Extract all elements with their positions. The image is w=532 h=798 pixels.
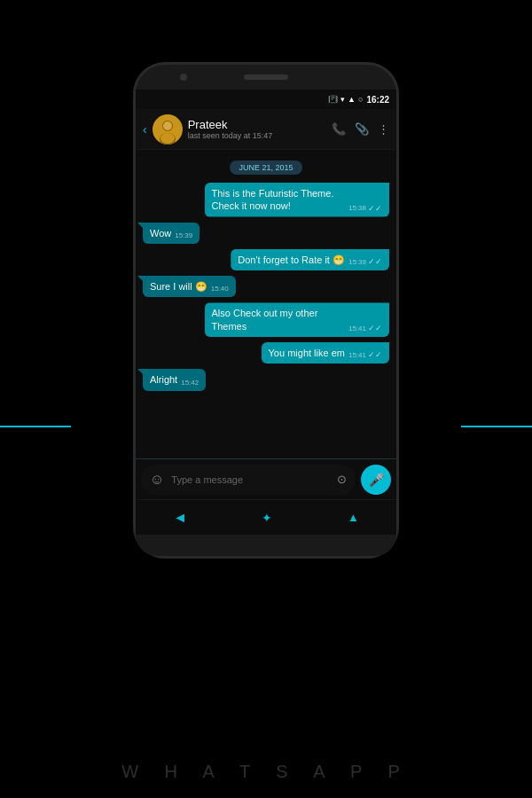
message-bubble: Alright 15:42 [143,369,206,390]
input-box[interactable]: ☺ Type a message ⊙ [141,465,356,495]
message-meta: 15:39 ✓✓ [348,257,382,266]
phone-frame: 📳 ▾ ▲ ○ 16:22 ‹ [133,62,399,559]
message-bubble: You might like em 15:41 ✓✓ [262,342,389,364]
message-meta: 15:39 [175,231,192,239]
message-meta: 15:41 ✓✓ [348,324,382,332]
camera-button[interactable]: ⊙ [337,473,347,486]
message-meta: 15:42 [181,379,199,387]
signal-icon: ▲ [348,95,356,104]
message-time: 15:40 [211,285,229,293]
contact-name: Prateek [188,118,326,131]
paperclip-icon[interactable]: 📎 [355,122,369,136]
chat-input-area: ☺ Type a message ⊙ 🎤 [136,458,396,499]
message-row: Sure I will 😁 15:40 [143,276,389,297]
more-icon[interactable]: ⋮ [378,122,389,136]
wifi-icon: ▾ [340,95,345,104]
mic-button[interactable]: 🎤 [361,465,391,495]
blue-line-left [0,426,71,427]
message-time: 15:41 [348,325,366,332]
blue-line-right [461,426,532,427]
message-input[interactable]: Type a message [171,474,330,485]
emoji-button[interactable]: ☺ [150,472,164,488]
phone-screen: 📳 ▾ ▲ ○ 16:22 ‹ [136,90,396,535]
status-time: 16:22 [366,95,389,105]
svg-point-3 [163,121,172,130]
brand-label: W H A T S A P P [0,762,532,782]
back-nav-icon[interactable]: ◄ [173,510,187,526]
message-text: This is the Futuristic Theme. Check it n… [212,187,345,213]
message-text: Also Check out my other Themes [212,307,345,332]
battery-icon: ○ [358,95,363,104]
message-text: Wow [150,227,171,239]
message-text: Alright [150,373,177,386]
message-meta: 15:38 ✓✓ [348,204,382,213]
status-bar: 📳 ▾ ▲ ○ 16:22 [136,90,396,109]
header-icons: 📞 📎 ⋮ [332,122,389,136]
phone-icon[interactable]: 📞 [332,122,346,136]
chat-body: JUNE 21, 2015 This is the Futuristic The… [136,150,396,458]
message-ticks: ✓✓ [368,257,382,266]
svg-point-4 [160,133,175,144]
message-bubble: Wow 15:39 [143,223,200,244]
message-row: This is the Futuristic Theme. Check it n… [143,183,389,217]
mic-icon: 🎤 [369,473,384,487]
message-bubble: Don't forget to Rate it 😁 15:39 ✓✓ [231,249,389,270]
message-time: 15:39 [348,258,366,266]
message-time: 15:41 [348,351,366,359]
message-row: Don't forget to Rate it 😁 15:39 ✓✓ [143,249,389,270]
status-icons: 📳 ▾ ▲ ○ [328,95,363,104]
message-bubble: This is the Futuristic Theme. Check it n… [205,183,390,217]
message-ticks: ✓✓ [368,324,382,332]
avatar [153,114,183,145]
message-row: You might like em 15:41 ✓✓ [143,342,389,364]
phone-speaker [244,74,288,80]
contact-status: last seen today at 15:47 [188,131,326,140]
contact-info: Prateek last seen today at 15:47 [188,118,326,140]
message-time: 15:42 [181,379,199,387]
message-ticks: ✓✓ [368,350,382,359]
phone-top-bar [136,65,396,90]
message-row: Wow 15:39 [143,223,389,244]
message-time: 15:38 [348,204,366,212]
message-ticks: ✓✓ [368,204,382,213]
back-button[interactable]: ‹ [143,122,147,137]
message-time: 15:39 [175,231,192,239]
message-row: Alright 15:42 [143,369,389,390]
message-bubble: Sure I will 😁 15:40 [143,276,236,297]
recents-nav-icon[interactable]: ▲ [348,511,359,524]
message-text: Sure I will 😁 [150,280,207,293]
phone-camera [180,74,187,81]
home-nav-icon[interactable]: ✦ [262,511,272,525]
message-text: Don't forget to Rate it 😁 [238,254,345,266]
phone-bottom-nav: ◄ ✦ ▲ [136,499,396,535]
message-bubble: Also Check out my other Themes 15:41 ✓✓ [205,302,390,337]
message-row: Also Check out my other Themes 15:41 ✓✓ [143,302,389,337]
vibrate-icon: 📳 [328,95,338,104]
message-meta: 15:40 [211,285,229,293]
date-divider: JUNE 21, 2015 [230,160,301,175]
message-meta: 15:41 ✓✓ [348,350,382,359]
chat-header: ‹ Prateek last seen today at 15 [136,109,396,150]
message-text: You might like em [269,347,345,359]
